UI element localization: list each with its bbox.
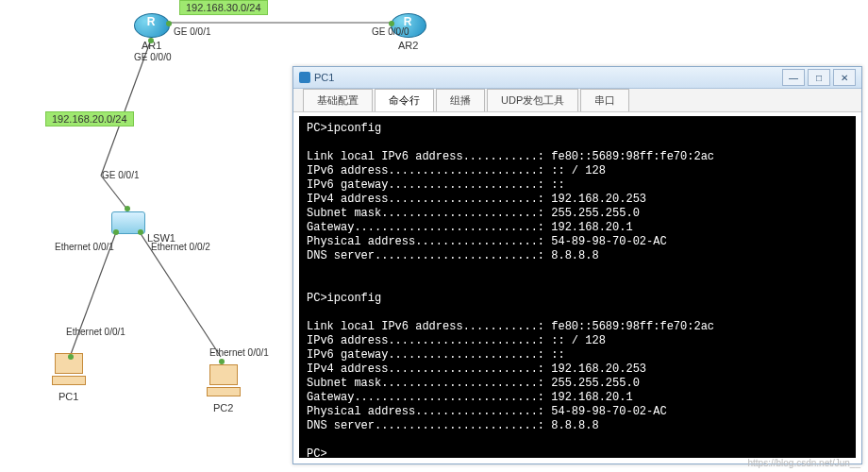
link-dot <box>166 21 172 26</box>
watermark-text: https://blog.csdn.net/Jun__ <box>747 458 860 468</box>
link-dot <box>138 229 143 235</box>
link-dot <box>68 354 74 360</box>
router-ar2-label: AR2 <box>398 40 418 51</box>
app-icon <box>299 72 310 83</box>
port-ar1-right: GE 0/0/1 <box>174 26 210 37</box>
pc2-device[interactable] <box>204 362 243 402</box>
tab-multicast[interactable]: 组播 <box>436 89 485 111</box>
titlebar[interactable]: PC1 — □ ✕ <box>293 67 861 89</box>
subnet-label-left: 192.168.20.0/24 <box>45 111 134 126</box>
port-pc1: Ethernet 0/0/1 <box>66 327 125 337</box>
port-ar1-down: GE 0/0/0 <box>134 52 171 62</box>
close-button[interactable]: ✕ <box>833 69 856 86</box>
port-lsw1-up: GE 0/0/1 <box>102 170 139 180</box>
switch-lsw1[interactable] <box>111 204 149 242</box>
tab-udp[interactable]: UDP发包工具 <box>487 89 578 111</box>
port-pc2: Ethernet 0/0/1 <box>209 347 269 358</box>
tab-serial[interactable]: 串口 <box>580 89 629 111</box>
link-dot <box>219 359 225 364</box>
link-dot <box>389 21 394 26</box>
tab-basic[interactable]: 基础配置 <box>303 89 373 111</box>
pc1-terminal-window[interactable]: PC1 — □ ✕ 基础配置 命令行 组播 UDP发包工具 串口 PC>ipco… <box>292 66 862 464</box>
link-dot <box>113 229 119 235</box>
link-dot <box>148 38 154 43</box>
pc1-label: PC1 <box>58 391 78 402</box>
port-ar2-left: GE 0/0/0 <box>372 26 409 37</box>
tabs-bar: 基础配置 命令行 组播 UDP发包工具 串口 <box>293 89 861 112</box>
pc2-label: PC2 <box>213 402 233 413</box>
minimize-button[interactable]: — <box>782 69 805 86</box>
terminal-output[interactable]: PC>ipconfig Link local IPv6 address.....… <box>299 116 856 458</box>
window-title: PC1 <box>314 72 334 83</box>
tab-cli[interactable]: 命令行 <box>375 89 434 111</box>
router-ar1[interactable]: R <box>134 8 168 42</box>
maximize-button[interactable]: □ <box>808 69 830 86</box>
link-dot <box>125 206 130 211</box>
port-lsw1-left: Ethernet 0/0/1 <box>55 242 114 252</box>
subnet-label-top: 192.168.30.0/24 <box>179 0 268 15</box>
port-lsw1-right: Ethernet 0/0/2 <box>151 242 210 252</box>
